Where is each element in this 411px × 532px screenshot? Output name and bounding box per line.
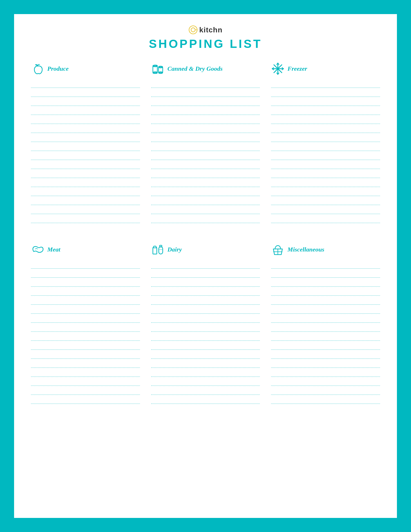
line [271,386,380,395]
line [151,269,260,278]
svg-point-1 [191,28,195,32]
line [271,151,380,160]
line [31,386,140,395]
line [271,260,380,269]
meat-icon [31,243,44,256]
svg-rect-23 [160,245,162,247]
line [31,296,140,305]
logo-text: kitchn [199,26,223,34]
line [271,305,380,314]
line [31,160,140,169]
line [271,124,380,133]
line [271,115,380,124]
section-dairy-label: Dairy [167,246,182,253]
line [31,350,140,359]
section-meat-header: Meat [31,243,140,256]
line [151,106,260,115]
line [151,296,260,305]
line [151,79,260,88]
line [31,97,140,106]
line [31,368,140,377]
line [31,260,140,269]
section-miscellaneous-label: Miscellaneous [287,246,324,253]
line [31,278,140,287]
canned-icon [151,62,165,75]
line [271,341,380,350]
section-freezer-label: Freezer [287,65,307,72]
line [151,124,260,133]
line [271,314,380,323]
line [271,269,380,278]
produce-lines [31,79,140,223]
line [271,377,380,386]
line [31,187,140,196]
line [31,269,140,278]
line [31,377,140,386]
svg-rect-22 [159,247,163,254]
line [151,332,260,341]
section-freezer-header: Freezer [271,62,380,75]
page-header: kitchn SHOPPING LIST [31,25,380,51]
line [151,395,260,404]
line [271,178,380,187]
line [31,359,140,368]
line [151,178,260,187]
line [271,88,380,97]
line [31,332,140,341]
line [31,142,140,151]
section-canned: Canned & Dry Goods [151,62,260,223]
line [31,79,140,88]
meat-lines [31,260,140,404]
line [31,323,140,332]
line [271,359,380,368]
dairy-lines [151,260,260,404]
line [271,160,380,169]
line [151,287,260,296]
miscellaneous-lines [271,260,380,404]
line [271,395,380,404]
line [31,151,140,160]
logo: kitchn [31,25,380,34]
miscellaneous-icon [271,243,285,256]
line [31,395,140,404]
line [31,341,140,350]
freezer-lines [271,79,380,223]
line [151,260,260,269]
line [31,287,140,296]
line [31,169,140,178]
line [31,115,140,124]
section-produce: Produce [31,62,140,223]
section-meat-label: Meat [47,246,60,253]
line [271,205,380,214]
section-dairy: Dairy [151,243,260,404]
page: kitchn SHOPPING LIST Produce [14,14,397,518]
line [271,133,380,142]
line [271,368,380,377]
line [271,196,380,205]
line [151,196,260,205]
line [271,142,380,151]
line [271,97,380,106]
line [151,341,260,350]
line [151,160,260,169]
line [31,196,140,205]
line [31,314,140,323]
produce-icon [31,62,44,75]
line [31,305,140,314]
line [151,88,260,97]
line [271,332,380,341]
line [271,296,380,305]
line [151,314,260,323]
line [151,133,260,142]
line [271,106,380,115]
line [151,386,260,395]
section-produce-label: Produce [47,65,69,72]
line [31,106,140,115]
top-sections-grid: Produce [31,62,380,237]
page-title: SHOPPING LIST [31,37,380,51]
line [31,205,140,214]
line [271,287,380,296]
line [151,97,260,106]
line [31,214,140,223]
section-dairy-header: Dairy [151,243,260,256]
